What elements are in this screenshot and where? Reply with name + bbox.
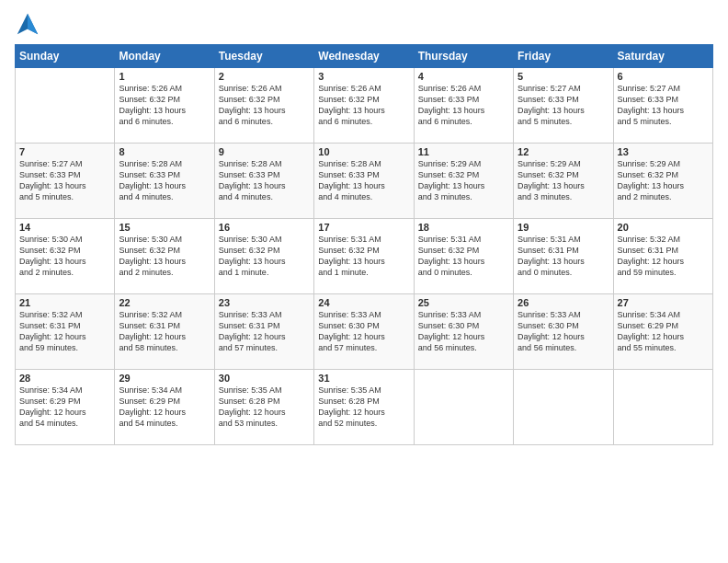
calendar-cell: 26Sunrise: 5:33 AM Sunset: 6:30 PM Dayli… [514, 294, 613, 370]
day-number: 1 [119, 71, 210, 82]
calendar-cell: 6Sunrise: 5:27 AM Sunset: 6:33 PM Daylig… [613, 68, 712, 144]
calendar-cell: 21Sunrise: 5:32 AM Sunset: 6:31 PM Dayli… [16, 294, 115, 370]
day-info: Sunrise: 5:29 AM Sunset: 6:32 PM Dayligh… [518, 158, 609, 203]
day-number: 8 [119, 146, 210, 157]
calendar-week-row: 21Sunrise: 5:32 AM Sunset: 6:31 PM Dayli… [16, 294, 713, 370]
calendar-week-row: 7Sunrise: 5:27 AM Sunset: 6:33 PM Daylig… [16, 144, 713, 219]
calendar-cell: 15Sunrise: 5:30 AM Sunset: 6:32 PM Dayli… [115, 219, 214, 294]
day-number: 26 [518, 297, 609, 308]
calendar-week-row: 28Sunrise: 5:34 AM Sunset: 6:29 PM Dayli… [16, 370, 713, 445]
calendar-cell: 11Sunrise: 5:29 AM Sunset: 6:32 PM Dayli… [414, 144, 513, 219]
day-info: Sunrise: 5:27 AM Sunset: 6:33 PM Dayligh… [618, 83, 709, 128]
calendar-cell [16, 68, 115, 144]
day-info: Sunrise: 5:27 AM Sunset: 6:33 PM Dayligh… [518, 83, 609, 128]
day-number: 14 [19, 222, 110, 233]
calendar-cell: 1Sunrise: 5:26 AM Sunset: 6:32 PM Daylig… [115, 68, 214, 144]
column-header-thursday: Thursday [414, 45, 513, 68]
day-info: Sunrise: 5:30 AM Sunset: 6:32 PM Dayligh… [219, 234, 310, 279]
calendar-header-row: SundayMondayTuesdayWednesdayThursdayFrid… [16, 45, 713, 68]
calendar-cell: 9Sunrise: 5:28 AM Sunset: 6:33 PM Daylig… [214, 144, 313, 219]
day-number: 30 [219, 373, 310, 384]
column-header-saturday: Saturday [613, 45, 712, 68]
column-header-sunday: Sunday [16, 45, 115, 68]
header [15, 11, 713, 37]
day-info: Sunrise: 5:33 AM Sunset: 6:30 PM Dayligh… [318, 309, 409, 354]
day-number: 10 [318, 146, 409, 157]
calendar-cell [414, 370, 513, 445]
day-info: Sunrise: 5:30 AM Sunset: 6:32 PM Dayligh… [19, 234, 110, 279]
day-info: Sunrise: 5:34 AM Sunset: 6:29 PM Dayligh… [618, 309, 709, 354]
calendar-cell: 29Sunrise: 5:34 AM Sunset: 6:29 PM Dayli… [115, 370, 214, 445]
day-number: 31 [318, 373, 409, 384]
day-number: 7 [19, 146, 110, 157]
calendar-cell: 28Sunrise: 5:34 AM Sunset: 6:29 PM Dayli… [16, 370, 115, 445]
day-number: 28 [19, 373, 110, 384]
calendar-cell: 18Sunrise: 5:31 AM Sunset: 6:32 PM Dayli… [414, 219, 513, 294]
day-info: Sunrise: 5:31 AM Sunset: 6:31 PM Dayligh… [518, 234, 609, 279]
day-info: Sunrise: 5:26 AM Sunset: 6:32 PM Dayligh… [318, 83, 409, 128]
page: SundayMondayTuesdayWednesdayThursdayFrid… [0, 0, 728, 563]
calendar-cell: 25Sunrise: 5:33 AM Sunset: 6:30 PM Dayli… [414, 294, 513, 370]
day-info: Sunrise: 5:29 AM Sunset: 6:32 PM Dayligh… [418, 158, 509, 203]
logo [15, 11, 44, 37]
calendar-week-row: 1Sunrise: 5:26 AM Sunset: 6:32 PM Daylig… [16, 68, 713, 144]
day-number: 3 [318, 71, 409, 82]
calendar-week-row: 14Sunrise: 5:30 AM Sunset: 6:32 PM Dayli… [16, 219, 713, 294]
calendar-cell: 3Sunrise: 5:26 AM Sunset: 6:32 PM Daylig… [314, 68, 414, 144]
day-info: Sunrise: 5:33 AM Sunset: 6:30 PM Dayligh… [518, 309, 609, 354]
day-info: Sunrise: 5:35 AM Sunset: 6:28 PM Dayligh… [219, 385, 310, 430]
calendar-cell: 5Sunrise: 5:27 AM Sunset: 6:33 PM Daylig… [514, 68, 613, 144]
day-number: 21 [19, 297, 110, 308]
calendar-cell: 10Sunrise: 5:28 AM Sunset: 6:33 PM Dayli… [314, 144, 414, 219]
day-number: 6 [618, 71, 709, 82]
logo-icon [15, 11, 40, 37]
svg-marker-1 [28, 14, 38, 34]
calendar-cell: 20Sunrise: 5:32 AM Sunset: 6:31 PM Dayli… [613, 219, 712, 294]
calendar-cell: 19Sunrise: 5:31 AM Sunset: 6:31 PM Dayli… [514, 219, 613, 294]
column-header-monday: Monday [115, 45, 214, 68]
calendar-cell: 27Sunrise: 5:34 AM Sunset: 6:29 PM Dayli… [613, 294, 712, 370]
column-header-friday: Friday [514, 45, 613, 68]
day-number: 5 [518, 71, 609, 82]
day-number: 2 [219, 71, 310, 82]
day-info: Sunrise: 5:26 AM Sunset: 6:32 PM Dayligh… [119, 83, 210, 128]
day-info: Sunrise: 5:32 AM Sunset: 6:31 PM Dayligh… [119, 309, 210, 354]
day-info: Sunrise: 5:33 AM Sunset: 6:31 PM Dayligh… [219, 309, 310, 354]
day-number: 22 [119, 297, 210, 308]
column-header-tuesday: Tuesday [214, 45, 313, 68]
calendar-cell: 12Sunrise: 5:29 AM Sunset: 6:32 PM Dayli… [514, 144, 613, 219]
day-number: 13 [618, 146, 709, 157]
calendar-cell: 7Sunrise: 5:27 AM Sunset: 6:33 PM Daylig… [16, 144, 115, 219]
calendar-cell: 4Sunrise: 5:26 AM Sunset: 6:33 PM Daylig… [414, 68, 513, 144]
calendar-cell: 17Sunrise: 5:31 AM Sunset: 6:32 PM Dayli… [314, 219, 414, 294]
day-info: Sunrise: 5:32 AM Sunset: 6:31 PM Dayligh… [19, 309, 110, 354]
day-info: Sunrise: 5:26 AM Sunset: 6:33 PM Dayligh… [418, 83, 509, 128]
column-header-wednesday: Wednesday [314, 45, 414, 68]
calendar-cell: 31Sunrise: 5:35 AM Sunset: 6:28 PM Dayli… [314, 370, 414, 445]
day-number: 17 [318, 222, 409, 233]
day-number: 18 [418, 222, 509, 233]
day-number: 19 [518, 222, 609, 233]
day-info: Sunrise: 5:34 AM Sunset: 6:29 PM Dayligh… [19, 385, 110, 430]
day-info: Sunrise: 5:28 AM Sunset: 6:33 PM Dayligh… [119, 158, 210, 203]
day-info: Sunrise: 5:30 AM Sunset: 6:32 PM Dayligh… [119, 234, 210, 279]
calendar-cell: 23Sunrise: 5:33 AM Sunset: 6:31 PM Dayli… [214, 294, 313, 370]
calendar-cell [514, 370, 613, 445]
day-info: Sunrise: 5:31 AM Sunset: 6:32 PM Dayligh… [318, 234, 409, 279]
day-info: Sunrise: 5:33 AM Sunset: 6:30 PM Dayligh… [418, 309, 509, 354]
day-number: 16 [219, 222, 310, 233]
day-info: Sunrise: 5:27 AM Sunset: 6:33 PM Dayligh… [19, 158, 110, 203]
day-number: 4 [418, 71, 509, 82]
day-info: Sunrise: 5:35 AM Sunset: 6:28 PM Dayligh… [318, 385, 409, 430]
day-number: 11 [418, 146, 509, 157]
calendar-cell: 2Sunrise: 5:26 AM Sunset: 6:32 PM Daylig… [214, 68, 313, 144]
day-info: Sunrise: 5:29 AM Sunset: 6:32 PM Dayligh… [618, 158, 709, 203]
calendar-cell: 22Sunrise: 5:32 AM Sunset: 6:31 PM Dayli… [115, 294, 214, 370]
calendar-cell: 16Sunrise: 5:30 AM Sunset: 6:32 PM Dayli… [214, 219, 313, 294]
day-number: 29 [119, 373, 210, 384]
day-number: 15 [119, 222, 210, 233]
day-number: 9 [219, 146, 310, 157]
calendar-cell: 24Sunrise: 5:33 AM Sunset: 6:30 PM Dayli… [314, 294, 414, 370]
day-info: Sunrise: 5:31 AM Sunset: 6:32 PM Dayligh… [418, 234, 509, 279]
calendar-cell: 14Sunrise: 5:30 AM Sunset: 6:32 PM Dayli… [16, 219, 115, 294]
